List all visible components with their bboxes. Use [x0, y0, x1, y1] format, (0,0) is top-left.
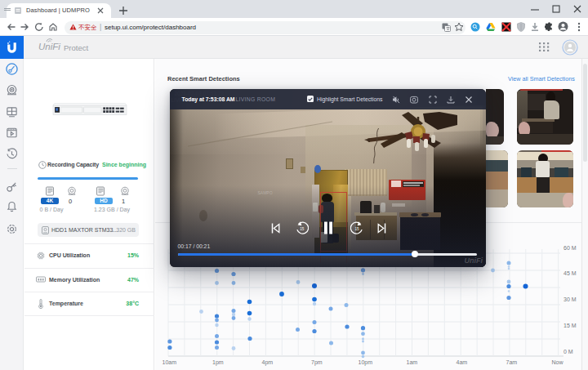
svg-text:15: 15 [354, 226, 359, 230]
svg-text:15: 15 [300, 226, 305, 230]
